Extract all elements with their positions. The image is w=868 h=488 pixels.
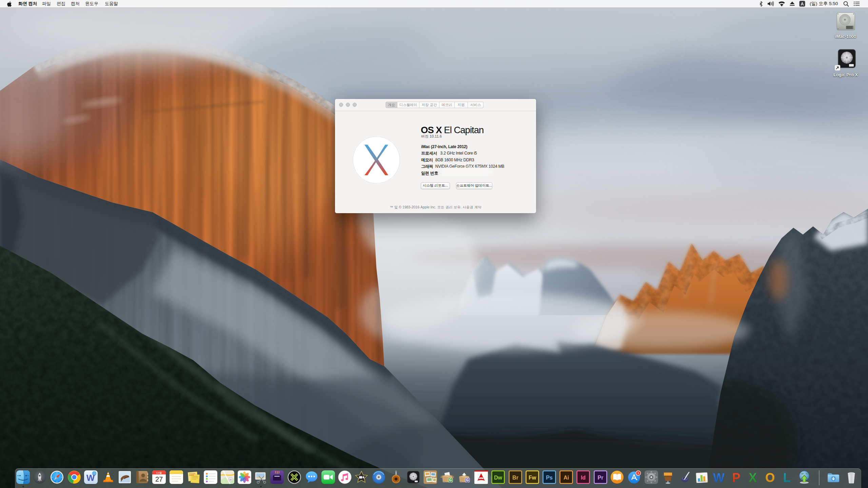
svg-text:Fw: Fw [529, 475, 536, 481]
svg-text:Br: Br [512, 475, 518, 481]
svg-text:O: O [765, 471, 775, 484]
svg-text:A: A [801, 2, 804, 6]
svg-text:P: P [732, 471, 740, 484]
svg-text:Dw: Dw [494, 475, 502, 481]
svg-text:G: G [449, 478, 452, 482]
svg-text:Pr: Pr [598, 475, 604, 481]
svg-text:Ps: Ps [546, 475, 553, 481]
svg-text:Id: Id [581, 475, 586, 481]
svg-text:L: L [783, 471, 791, 484]
svg-text:Ai: Ai [564, 475, 569, 481]
svg-text:3D: 3D [229, 479, 232, 481]
svg-text:27: 27 [155, 475, 163, 483]
svg-text:G: G [466, 478, 469, 482]
svg-text:12월: 12월 [156, 471, 162, 474]
svg-text:W: W [713, 471, 725, 484]
svg-text:X: X [749, 471, 757, 484]
svg-text:W: W [86, 473, 95, 483]
svg-text:1: 1 [637, 471, 639, 475]
